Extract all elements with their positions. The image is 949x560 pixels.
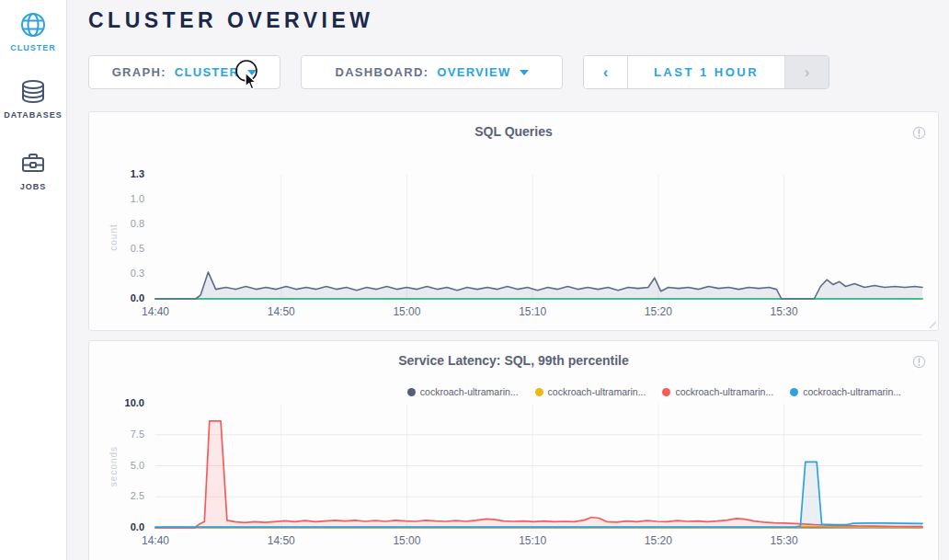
sidebar: CLUSTER DATABASES JOBS bbox=[0, 0, 67, 560]
legend-item[interactable]: cockroach-ultramarin... bbox=[662, 386, 773, 397]
time-range-label[interactable]: LAST 1 HOUR bbox=[628, 56, 784, 88]
graph-dropdown-value: CLUSTER bbox=[175, 65, 240, 79]
y-tick-label: 1.3 bbox=[104, 168, 144, 179]
globe-icon bbox=[18, 10, 48, 40]
x-tick-label: 14:50 bbox=[254, 305, 309, 318]
x-tick-label: 15:10 bbox=[505, 305, 560, 318]
legend-label: cockroach-ultramarin... bbox=[420, 386, 519, 397]
sidebar-item-cluster[interactable]: CLUSTER bbox=[0, 10, 66, 52]
time-range-prev-button[interactable]: ‹ bbox=[584, 56, 628, 88]
briefcase-icon bbox=[18, 149, 48, 178]
x-tick-label: 14:40 bbox=[128, 305, 183, 318]
x-tick-label: 14:50 bbox=[254, 534, 309, 547]
graph-dropdown[interactable]: GRAPH: CLUSTER bbox=[88, 55, 280, 89]
x-tick-label: 15:20 bbox=[631, 305, 686, 318]
y-tick-label: 0.0 bbox=[104, 521, 144, 532]
chart-card-service-latency: Service Latency: SQL, 99th percentile 0.… bbox=[88, 340, 939, 560]
x-tick-label: 15:10 bbox=[505, 534, 560, 547]
legend-item[interactable]: cockroach-ultramarin... bbox=[790, 386, 901, 397]
chevron-down-icon bbox=[247, 70, 257, 75]
y-tick-label: 10.0 bbox=[104, 397, 144, 408]
x-tick-label: 15:00 bbox=[379, 305, 434, 318]
legend-dot-icon bbox=[535, 388, 543, 396]
database-icon bbox=[18, 77, 48, 107]
y-axis-unit-label: seconds bbox=[109, 445, 119, 486]
y-tick-label: 0.3 bbox=[104, 268, 144, 279]
dashboard-dropdown[interactable]: DASHBOARD: OVERVIEW bbox=[301, 55, 563, 89]
x-tick-label: 15:30 bbox=[757, 305, 812, 318]
legend-dot-icon bbox=[662, 388, 670, 396]
x-tick-label: 15:30 bbox=[757, 534, 812, 547]
legend-label: cockroach-ultramarin... bbox=[675, 386, 773, 397]
legend-item[interactable]: cockroach-ultramarin... bbox=[535, 386, 646, 397]
sidebar-item-label: JOBS bbox=[0, 182, 66, 191]
y-tick-label: 2.5 bbox=[104, 490, 144, 501]
sidebar-item-label: CLUSTER bbox=[0, 43, 66, 52]
sidebar-item-label: DATABASES bbox=[0, 110, 66, 120]
legend-label: cockroach-ultramarin... bbox=[803, 386, 901, 397]
y-axis-unit-label: count bbox=[109, 223, 119, 250]
y-tick-label: 0.0 bbox=[104, 292, 144, 303]
x-tick-label: 15:00 bbox=[379, 534, 434, 547]
chart-legend: cockroach-ultramarin...cockroach-ultrama… bbox=[407, 386, 901, 397]
chart-plot[interactable] bbox=[89, 341, 938, 560]
chart-body: 0.00.30.50.81.01.314:4014:5015:0015:1015… bbox=[89, 112, 938, 330]
legend-label: cockroach-ultramarin... bbox=[548, 386, 646, 397]
graph-dropdown-label: GRAPH: bbox=[112, 65, 166, 79]
sidebar-item-jobs[interactable]: JOBS bbox=[0, 149, 66, 191]
x-tick-label: 14:40 bbox=[128, 534, 183, 547]
x-tick-label: 15:20 bbox=[631, 534, 686, 547]
dashboard-dropdown-label: DASHBOARD: bbox=[335, 65, 429, 79]
page-title: CLUSTER OVERVIEW bbox=[88, 8, 374, 33]
resize-handle-icon[interactable] bbox=[928, 320, 936, 328]
y-tick-label: 1.0 bbox=[104, 193, 144, 204]
chevron-down-icon bbox=[520, 70, 529, 75]
legend-item[interactable]: cockroach-ultramarin... bbox=[407, 386, 519, 397]
chart-body: 0.02.55.07.510.014:4014:5015:0015:1015:2… bbox=[89, 341, 938, 560]
legend-dot-icon bbox=[407, 388, 416, 396]
sidebar-item-databases[interactable]: DATABASES bbox=[0, 77, 66, 120]
chart-plot[interactable] bbox=[89, 112, 938, 330]
chart-card-sql-queries: SQL Queries 0.00.30.50.81.01.314:4014:50… bbox=[88, 111, 939, 331]
y-tick-label: 7.5 bbox=[104, 429, 144, 440]
legend-dot-icon bbox=[790, 388, 798, 396]
dashboard-dropdown-value: OVERVIEW bbox=[437, 65, 510, 79]
time-range-selector: ‹ LAST 1 HOUR › bbox=[583, 55, 829, 89]
time-range-next-button[interactable]: › bbox=[784, 56, 829, 88]
